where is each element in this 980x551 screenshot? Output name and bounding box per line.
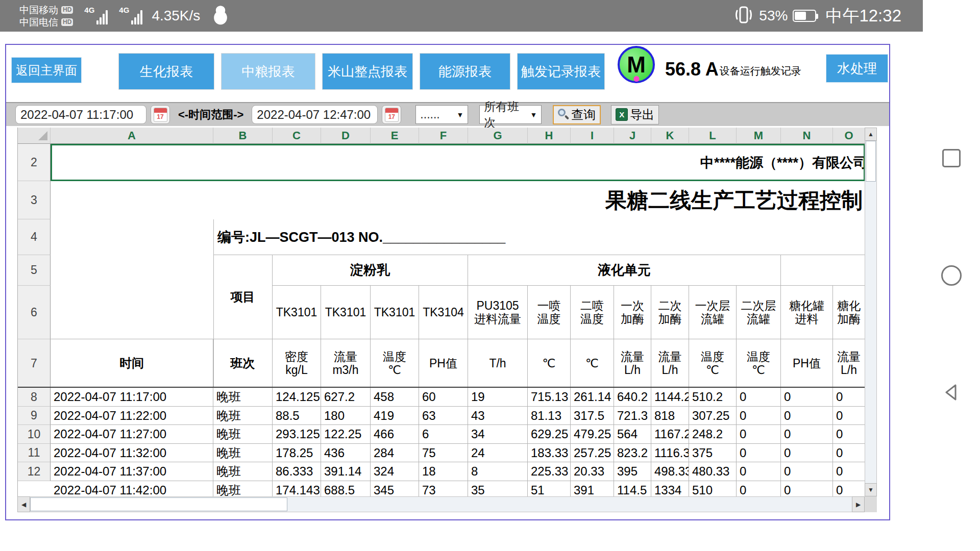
cell-A12[interactable]: 2022-04-07 11:42:00 xyxy=(51,481,213,496)
header-item-10[interactable]: 一次层 流罐 xyxy=(689,286,737,339)
column-header-A[interactable]: A xyxy=(51,128,213,144)
cell-D11[interactable]: 391.14 xyxy=(321,462,371,481)
column-header-J[interactable]: J xyxy=(614,128,651,144)
water-treatment-button[interactable]: 水处理 xyxy=(826,54,888,83)
cell-G9[interactable]: 34 xyxy=(468,425,528,444)
column-header-D[interactable]: D xyxy=(321,128,371,144)
cell-L10[interactable]: 375 xyxy=(689,444,737,462)
column-header-E[interactable]: E xyxy=(371,128,419,144)
cell-K12[interactable]: 1334 xyxy=(651,481,689,496)
cell-E12[interactable]: 345 xyxy=(371,481,419,496)
column-header-I[interactable]: I xyxy=(571,128,614,144)
cell-E11[interactable]: 324 xyxy=(371,462,419,481)
header-group-starch-milk[interactable]: 淀粉乳 xyxy=(273,255,468,286)
header-item-13[interactable]: 糖化 加酶 xyxy=(833,286,865,339)
header-unit-4[interactable]: PH值 xyxy=(419,339,468,388)
row-header-8[interactable]: 8 xyxy=(18,388,51,407)
row-header-2[interactable]: 2 xyxy=(18,144,51,181)
header-unit-3[interactable]: 温度 ℃ xyxy=(371,339,419,388)
cell-E10[interactable]: 284 xyxy=(371,444,419,462)
cell-F7[interactable]: 60 xyxy=(419,388,468,407)
cell-C12[interactable]: 174.143 xyxy=(273,481,321,496)
query-button[interactable]: 查询 xyxy=(553,105,601,124)
back-triangle-icon[interactable] xyxy=(942,383,961,404)
cell-O7[interactable]: 0 xyxy=(833,388,865,407)
cell-H7[interactable]: 715.13 xyxy=(528,388,571,407)
cell-C10[interactable]: 178.25 xyxy=(273,444,321,462)
cell-A10[interactable]: 2022-04-07 11:32:00 xyxy=(51,444,213,462)
row-header-4[interactable]: 4 xyxy=(18,219,51,255)
header-group-liquefaction-unit[interactable]: 液化单元 xyxy=(468,255,781,286)
cell-B8[interactable]: 晚班 xyxy=(213,407,273,425)
column-header-K[interactable]: K xyxy=(651,128,689,144)
column-header-O[interactable]: O xyxy=(833,128,865,144)
cell-D10[interactable]: 436 xyxy=(321,444,371,462)
row-header-11[interactable]: 11 xyxy=(18,444,51,462)
cell-B12[interactable]: 晚班 xyxy=(213,481,273,496)
cell-C8[interactable]: 88.5 xyxy=(273,407,321,425)
report-title-cell[interactable]: 果糖二线生产工艺过程控制 xyxy=(605,181,863,219)
cell-N9[interactable]: 0 xyxy=(781,425,833,444)
row-header-12[interactable]: 12 xyxy=(18,462,51,481)
cell-J10[interactable]: 823.2 xyxy=(614,444,651,462)
cell-J9[interactable]: 564 xyxy=(614,425,651,444)
cell-H8[interactable]: 81.13 xyxy=(528,407,571,425)
cell-K9[interactable]: 1167.2 xyxy=(651,425,689,444)
doc-number-cell[interactable]: 编号:JL—SCGT—013 NO.________________ xyxy=(217,219,505,255)
header-item-5[interactable]: PU3105 进料流量 xyxy=(468,286,528,339)
cell-C9[interactable]: 293.125 xyxy=(273,425,321,444)
cell-I9[interactable]: 479.25 xyxy=(571,425,614,444)
cell-I8[interactable]: 317.5 xyxy=(571,407,614,425)
cell-N8[interactable]: 0 xyxy=(781,407,833,425)
cell-G10[interactable]: 24 xyxy=(468,444,528,462)
date-from-calendar-button[interactable]: 17 xyxy=(151,105,170,124)
cell-L9[interactable]: 248.2 xyxy=(689,425,737,444)
header-unit-12[interactable]: PH值 xyxy=(781,339,833,388)
cell-H9[interactable]: 629.25 xyxy=(528,425,571,444)
cell-J8[interactable]: 721.3 xyxy=(614,407,651,425)
header-item-1[interactable]: TK3101 xyxy=(273,286,321,339)
cell-H12[interactable]: 51 xyxy=(528,481,571,496)
cell-E7[interactable]: 458 xyxy=(371,388,419,407)
header-unit-10[interactable]: 温度 ℃ xyxy=(689,339,737,388)
cell-I11[interactable]: 20.33 xyxy=(571,462,614,481)
cell-M8[interactable]: 0 xyxy=(737,407,781,425)
cell-N12[interactable]: 0 xyxy=(781,481,833,496)
cell-N11[interactable]: 0 xyxy=(781,462,833,481)
cell-M10[interactable]: 0 xyxy=(737,444,781,462)
vertical-scrollbar[interactable] xyxy=(865,128,877,496)
cell-F12[interactable]: 73 xyxy=(419,481,468,496)
cell-M9[interactable]: 0 xyxy=(737,425,781,444)
column-header-G[interactable]: G xyxy=(468,128,528,144)
scroll-down-icon[interactable]: ▼ xyxy=(865,483,877,496)
header-unit-6[interactable]: ℃ xyxy=(528,339,571,388)
cell-H11[interactable]: 225.33 xyxy=(528,462,571,481)
header-group-empty[interactable] xyxy=(781,255,865,286)
header-unit-13[interactable]: 流量 L/h xyxy=(833,339,865,388)
cell-M12[interactable]: 0 xyxy=(737,481,781,496)
header-cell-item[interactable]: 项目 xyxy=(213,255,273,339)
column-header-C[interactable]: C xyxy=(273,128,321,144)
column-header-F[interactable]: F xyxy=(419,128,468,144)
header-item-3[interactable]: TK3101 xyxy=(371,286,419,339)
cell-O9[interactable]: 0 xyxy=(833,425,865,444)
cell-C7[interactable]: 124.125 xyxy=(273,388,321,407)
row-header-5[interactable]: 5 xyxy=(18,255,51,286)
cell-L12[interactable]: 510 xyxy=(689,481,737,496)
cell-M11[interactable]: 0 xyxy=(737,462,781,481)
cell-H10[interactable]: 183.33 xyxy=(528,444,571,462)
cell-O12[interactable]: 0 xyxy=(833,481,865,496)
date-from-input[interactable]: 2022-04-07 11:17:00 xyxy=(15,105,146,124)
header-cell-time[interactable]: 时间 xyxy=(51,339,213,388)
tab-4[interactable]: 能源报表 xyxy=(420,53,510,90)
row-header-6[interactable]: 6 xyxy=(18,286,51,339)
column-header-B[interactable]: B xyxy=(213,128,273,144)
tab-3[interactable]: 米山整点报表 xyxy=(322,53,413,90)
cell-J12[interactable]: 114.5 xyxy=(614,481,651,496)
cell-B7[interactable]: 晚班 xyxy=(213,388,273,407)
cell-L11[interactable]: 480.33 xyxy=(689,462,737,481)
filter-dropdown[interactable]: ......▼ xyxy=(415,105,468,124)
cell-K7[interactable]: 1144.2 xyxy=(651,388,689,407)
column-header-N[interactable]: N xyxy=(781,128,833,144)
row-header-9[interactable]: 9 xyxy=(18,407,51,425)
